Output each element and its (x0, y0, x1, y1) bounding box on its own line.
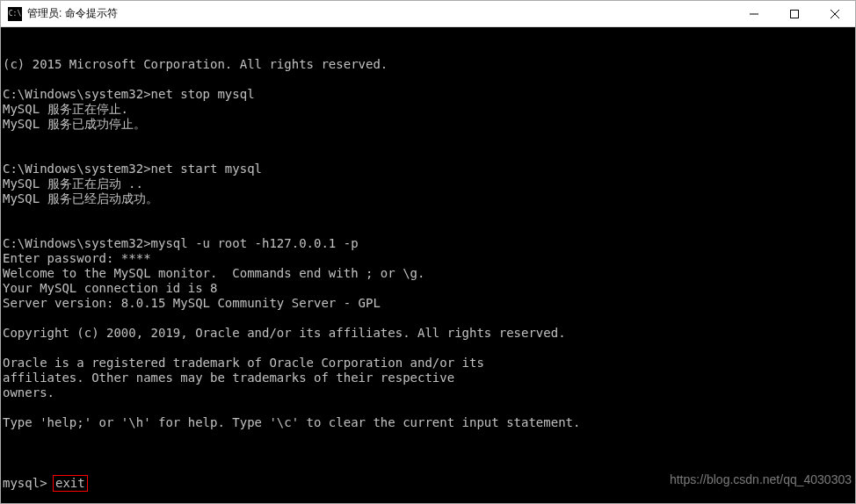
terminal-line: MySQL 服务正在启动 .. (3, 176, 853, 191)
terminal-line: C:\Windows\system32>mysql -u root -h127.… (3, 236, 853, 251)
minimize-icon (750, 10, 758, 18)
mysql-prompt: mysql> (3, 476, 54, 490)
terminal-line: (c) 2015 Microsoft Corporation. All righ… (3, 57, 853, 72)
window-controls (734, 1, 855, 26)
window-title: 管理员: 命令提示符 (27, 6, 734, 21)
minimize-button[interactable] (734, 1, 774, 26)
terminal-line: MySQL 服务已成功停止。 (3, 117, 853, 132)
terminal-line (3, 221, 853, 236)
terminal-line (3, 147, 853, 162)
titlebar[interactable]: C:\ 管理员: 命令提示符 (1, 1, 855, 27)
terminal-line: Welcome to the MySQL monitor. Commands e… (3, 266, 853, 281)
terminal-line: MySQL 服务已经启动成功。 (3, 191, 853, 206)
maximize-icon (790, 10, 799, 18)
terminal-line (3, 132, 853, 147)
terminal-line: Your MySQL connection id is 8 (3, 281, 853, 296)
terminal-line: MySQL 服务正在停止. (3, 102, 853, 117)
terminal-line (3, 430, 853, 445)
terminal-line-highlighted: mysql> exit (3, 475, 853, 492)
cmd-icon: C:\ (8, 7, 22, 21)
terminal-line: C:\Windows\system32>net stop mysql (3, 87, 853, 102)
terminal-line: Type 'help;' or '\h' for help. Type '\c'… (3, 415, 853, 430)
close-icon (831, 10, 839, 18)
terminal-line: C:\Windows\system32>net start mysql (3, 162, 853, 176)
terminal-line (3, 206, 853, 221)
close-button[interactable] (815, 1, 855, 26)
terminal-output: (c) 2015 Microsoft Corporation. All righ… (3, 57, 853, 445)
terminal-line (3, 341, 853, 356)
terminal-area[interactable]: (c) 2015 Microsoft Corporation. All righ… (1, 27, 855, 503)
terminal-line: Oracle is a registered trademark of Orac… (3, 356, 853, 371)
terminal-line (3, 400, 853, 415)
command-prompt-window: C:\ 管理员: 命令提示符 (c) 2015 Microsoft Corpor… (0, 0, 856, 504)
terminal-line (3, 311, 853, 326)
terminal-line: Enter password: **** (3, 251, 853, 266)
svg-rect-1 (791, 10, 799, 18)
terminal-line: owners. (3, 385, 853, 400)
terminal-line: affiliates. Other names may be trademark… (3, 371, 853, 385)
maximize-button[interactable] (774, 1, 815, 26)
terminal-line (3, 72, 853, 87)
terminal-line: Copyright (c) 2000, 2019, Oracle and/or … (3, 326, 853, 341)
terminal-line: Server version: 8.0.15 MySQL Community S… (3, 296, 853, 311)
exit-command-highlight: exit (53, 475, 88, 492)
